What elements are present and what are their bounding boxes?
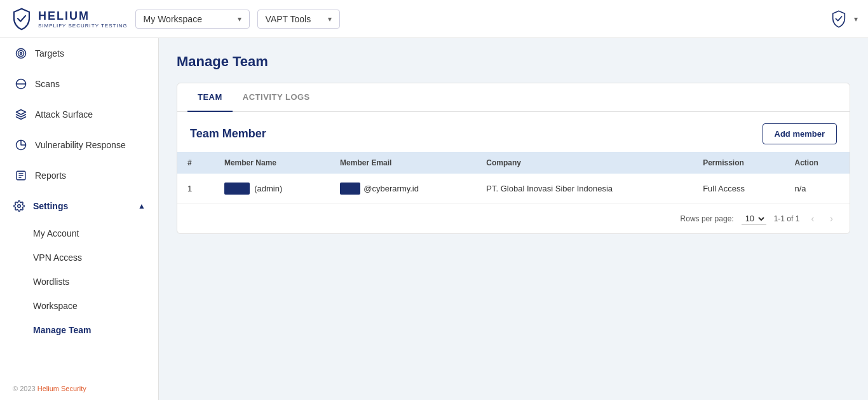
footer-brand-link[interactable]: Helium Security [37,385,86,392]
header-left: HELIUM SIMPLIFY SECURITY TESTING My Work… [10,8,340,31]
wordlists-label: Wordlists [33,277,69,287]
vuln-icon [15,139,27,151]
rows-per-page-label: Rows per page: [681,214,734,223]
cell-num: 1 [177,174,214,204]
page-title: Manage Team [177,53,850,70]
header-chevron-icon[interactable]: ▾ [854,15,858,24]
target-icon [15,47,27,60]
page-info: 1-1 of 1 [774,214,800,223]
sidebar-item-attack-surface[interactable]: Attack Surface [0,99,158,130]
manage-team-label: Manage Team [33,325,92,335]
main-content: Manage Team TEAM ACTIVITY LOGS Team Memb… [159,38,868,400]
table-header-row: Team Member Add member [177,112,850,152]
workspace-dropdown[interactable]: My Workspace ▾ [135,10,250,29]
logo-name: HELIUM [38,10,128,23]
svg-point-9 [18,205,21,208]
col-permission: Permission [693,152,784,174]
sidebar-item-scans[interactable]: Scans [0,69,158,99]
layout: Targets Scans Attack Surface [0,38,868,400]
rows-per-page-select[interactable]: 10 25 50 [742,213,766,224]
sidebar-reports-label: Reports [35,170,66,181]
settings-icon [13,200,25,212]
tab-activity-logs[interactable]: ACTIVITY LOGS [233,83,320,112]
name-redacted [224,183,250,195]
logo: HELIUM SIMPLIFY SECURITY TESTING [10,8,128,31]
table-row: 1 (admin) @cyberarmy.id PT. Global Inova… [177,174,850,204]
svg-point-1 [18,51,24,57]
sidebar-sub-wordlists[interactable]: Wordlists [0,270,158,294]
my-account-label: My Account [33,228,79,238]
cell-permission: Full Access [693,174,784,204]
sidebar-item-reports[interactable]: Reports [0,160,158,191]
col-company: Company [476,152,693,174]
tab-team[interactable]: TEAM [187,83,233,112]
cell-company: PT. Global Inovasi Siber Indonesia [476,174,693,204]
vapt-label: VAPT Tools [266,14,311,24]
cell-name: (admin) [214,174,330,204]
sidebar-sub-manage-team[interactable]: Manage Team [0,318,158,342]
members-table: # Member Name Member Email Company Permi… [177,152,850,204]
content-card: TEAM ACTIVITY LOGS Team Member Add membe… [177,83,850,234]
sidebar-item-targets[interactable]: Targets [0,38,158,69]
next-page-button[interactable]: › [826,212,837,226]
header-right: ▾ [829,9,858,29]
attack-icon [15,108,27,121]
add-member-button[interactable]: Add member [763,123,837,144]
sidebar-item-settings[interactable]: Settings ▲ [0,191,158,221]
table-title: Team Member [190,127,266,141]
workspace-label: My Workspace [144,14,202,24]
settings-expand-icon: ▲ [138,202,146,210]
tabs-bar: TEAM ACTIVITY LOGS [177,83,850,112]
sidebar-sub-my-account[interactable]: My Account [0,221,158,245]
sidebar: Targets Scans Attack Surface [0,38,159,400]
logo-shield-icon [10,8,33,31]
svg-point-2 [20,53,22,55]
logo-tagline: SIMPLIFY SECURITY TESTING [38,23,128,29]
table-header: # Member Name Member Email Company Permi… [177,152,850,174]
cell-action: n/a [785,174,850,204]
footer-year: © 2023 [13,385,36,392]
header-shield-icon[interactable] [829,9,849,29]
cell-email: @cyberarmy.id [330,174,476,204]
sidebar-targets-label: Targets [35,48,64,59]
report-icon [15,169,27,182]
workspace-label: Workspace [33,301,78,311]
sidebar-scans-label: Scans [35,79,60,89]
vapt-chevron-icon: ▾ [328,15,332,24]
col-action: Action [785,152,850,174]
email-suffix: @cyberarmy.id [363,184,419,193]
logo-text: HELIUM SIMPLIFY SECURITY TESTING [38,10,128,29]
sidebar-footer: © 2023 Helium Security [0,377,158,400]
email-redacted [340,183,360,195]
sidebar-settings-label: Settings [33,201,68,211]
pagination-row: Rows per page: 10 25 50 1-1 of 1 ‹ › [177,204,850,233]
vpn-access-label: VPN Access [33,252,82,263]
scan-icon [15,78,27,90]
sidebar-item-vulnerability[interactable]: Vulnerability Response [0,130,158,160]
col-member-name: Member Name [214,152,330,174]
header: HELIUM SIMPLIFY SECURITY TESTING My Work… [0,0,868,38]
sidebar-sub-vpn-access[interactable]: VPN Access [0,245,158,270]
vapt-dropdown[interactable]: VAPT Tools ▾ [257,10,340,29]
sidebar-attack-label: Attack Surface [35,109,93,120]
sidebar-sub-workspace[interactable]: Workspace [0,294,158,318]
col-num: # [177,152,214,174]
sidebar-vuln-label: Vulnerability Response [35,140,126,150]
name-suffix: (admin) [254,184,282,193]
prev-page-button[interactable]: ‹ [807,212,818,226]
col-member-email: Member Email [330,152,476,174]
workspace-chevron-icon: ▾ [238,15,241,24]
